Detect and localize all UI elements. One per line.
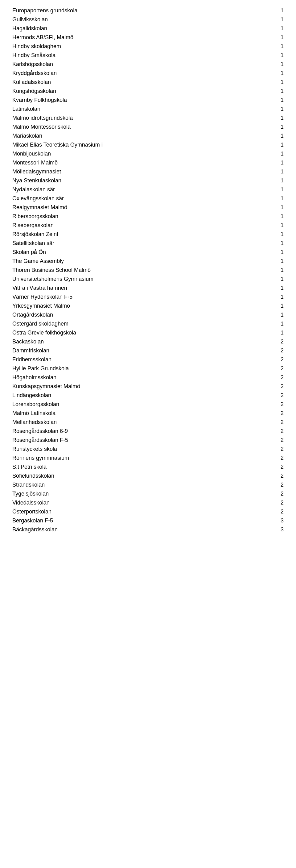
list-item: S:t Petri skola2 bbox=[12, 463, 284, 471]
list-item: Lindängeskolan2 bbox=[12, 391, 284, 400]
school-name: Hagalidskolan bbox=[12, 25, 274, 32]
school-count: 2 bbox=[274, 428, 284, 434]
school-count: 2 bbox=[274, 339, 284, 345]
school-list: Europaportens grundskola1Gullviksskolan1… bbox=[0, 0, 296, 540]
list-item: Thoren Business School Malmö1 bbox=[12, 266, 284, 275]
list-item: Östergård skoldaghem1 bbox=[12, 319, 284, 328]
school-count: 1 bbox=[274, 195, 284, 202]
school-count: 1 bbox=[274, 151, 284, 157]
school-count: 1 bbox=[274, 17, 284, 23]
school-count: 2 bbox=[274, 419, 284, 426]
list-item: Sofielundsskolan2 bbox=[12, 471, 284, 480]
list-item: Bergaskolan F-53 bbox=[12, 516, 284, 525]
school-name: Mölledalsgymnasiet bbox=[12, 168, 274, 175]
list-item: Fridhemsskolan2 bbox=[12, 355, 284, 364]
school-count: 1 bbox=[274, 106, 284, 112]
school-name: Skolan på Ön bbox=[12, 249, 274, 255]
list-item: Kulladalsskolan1 bbox=[12, 78, 284, 87]
list-item: Yrkesgymnasiet Malmö1 bbox=[12, 302, 284, 310]
list-item: Mölledalsgymnasiet1 bbox=[12, 167, 284, 176]
list-item: Bäckagårdsskolan3 bbox=[12, 525, 284, 534]
school-count: 1 bbox=[274, 231, 284, 238]
list-item: Rörsjöskolan Zeint1 bbox=[12, 230, 284, 239]
school-name: Runstyckets skola bbox=[12, 446, 274, 452]
school-name: Hyllie Park Grundskola bbox=[12, 365, 274, 372]
school-name: Östra Grevie folkhögskola bbox=[12, 330, 274, 336]
school-name: Rörsjöskolan Zeint bbox=[12, 231, 274, 238]
school-count: 1 bbox=[274, 133, 284, 139]
school-count: 1 bbox=[274, 320, 284, 327]
list-item: Montessori Malmö1 bbox=[12, 158, 284, 167]
school-name: Fridhemsskolan bbox=[12, 356, 274, 363]
school-count: 1 bbox=[274, 294, 284, 300]
list-item: Nydalaskolan sär1 bbox=[12, 185, 284, 194]
school-name: Mikael Elias Teoretiska Gymnasium i bbox=[12, 142, 274, 148]
school-count: 1 bbox=[274, 267, 284, 273]
school-name: Monbijouskolan bbox=[12, 151, 274, 157]
list-item: Monbijouskolan1 bbox=[12, 149, 284, 158]
school-count: 2 bbox=[274, 464, 284, 470]
list-item: Malmö Latinskola2 bbox=[12, 409, 284, 418]
list-item: Mariaskolan1 bbox=[12, 131, 284, 141]
school-name: Nydalaskolan sär bbox=[12, 186, 274, 193]
school-name: Gullviksskolan bbox=[12, 17, 274, 23]
school-count: 1 bbox=[274, 213, 284, 220]
school-count: 1 bbox=[274, 97, 284, 103]
school-count: 2 bbox=[274, 446, 284, 452]
school-name: Kvarnby Folkhögskola bbox=[12, 97, 274, 103]
school-name: Strandskolan bbox=[12, 482, 274, 488]
list-item: Kunskapsgymnasiet Malmö2 bbox=[12, 382, 284, 391]
school-name: Universitetsholmens Gymnasium bbox=[12, 276, 274, 282]
list-item: Skolan på Ön1 bbox=[12, 248, 284, 257]
school-count: 2 bbox=[274, 508, 284, 515]
school-count: 1 bbox=[274, 88, 284, 94]
list-item: Universitetsholmens Gymnasium1 bbox=[12, 275, 284, 284]
school-name: Rosengårdsskolan F-5 bbox=[12, 437, 274, 443]
list-item: Hyllie Park Grundskola2 bbox=[12, 364, 284, 373]
list-item: Runstyckets skola2 bbox=[12, 445, 284, 454]
school-count: 2 bbox=[274, 500, 284, 506]
school-name: Bäckagårdsskolan bbox=[12, 526, 274, 533]
list-item: Gullviksskolan1 bbox=[12, 15, 284, 24]
list-item: Hindby Småskola1 bbox=[12, 51, 284, 60]
school-count: 1 bbox=[274, 178, 284, 184]
list-item: Hermods AB/SFI, Malmö1 bbox=[12, 33, 284, 42]
school-count: 1 bbox=[274, 240, 284, 247]
school-count: 1 bbox=[274, 25, 284, 32]
list-item: Oxievångsskolan sär1 bbox=[12, 194, 284, 203]
list-item: Örtagårdsskolan1 bbox=[12, 310, 284, 319]
list-item: Nya Stenkulaskolan1 bbox=[12, 176, 284, 185]
list-item: Värner Rydénskolan F-51 bbox=[12, 292, 284, 302]
list-item: Karlshögsskolan1 bbox=[12, 60, 284, 69]
school-name: Yrkesgymnasiet Malmö bbox=[12, 303, 274, 309]
list-item: Ribersborgsskolan1 bbox=[12, 212, 284, 221]
list-item: Kryddgårdsskolan1 bbox=[12, 69, 284, 78]
list-item: Rosengårdsskolan 6-92 bbox=[12, 427, 284, 436]
school-count: 1 bbox=[274, 222, 284, 229]
school-count: 3 bbox=[274, 518, 284, 524]
list-item: Österportskolan2 bbox=[12, 507, 284, 516]
school-count: 1 bbox=[274, 52, 284, 59]
school-name: Backaskolan bbox=[12, 339, 274, 345]
list-item: Kvarnby Folkhögskola1 bbox=[12, 96, 284, 104]
school-name: Europaportens grundskola bbox=[12, 7, 274, 14]
school-name: Hindby skoldaghem bbox=[12, 43, 274, 50]
school-name: Kunskapsgymnasiet Malmö bbox=[12, 383, 274, 390]
school-count: 2 bbox=[274, 482, 284, 488]
school-name: Kryddgårdsskolan bbox=[12, 70, 274, 76]
list-item: Latinskolan1 bbox=[12, 104, 284, 114]
list-item: Rönnens gymmnasium2 bbox=[12, 454, 284, 463]
school-count: 1 bbox=[274, 115, 284, 121]
school-name: Bergaskolan F-5 bbox=[12, 518, 274, 524]
school-count: 1 bbox=[274, 43, 284, 50]
school-name: Montessori Malmö bbox=[12, 159, 274, 166]
list-item: Malmö Montessoriskola1 bbox=[12, 123, 284, 131]
school-name: Sofielundsskolan bbox=[12, 473, 274, 479]
school-name: Karlshögsskolan bbox=[12, 61, 274, 68]
school-count: 2 bbox=[274, 410, 284, 416]
list-item: Backaskolan2 bbox=[12, 337, 284, 346]
school-count: 1 bbox=[274, 34, 284, 41]
list-item: Europaportens grundskola1 bbox=[12, 6, 284, 15]
school-name: Kulladalsskolan bbox=[12, 79, 274, 86]
school-count: 1 bbox=[274, 70, 284, 76]
